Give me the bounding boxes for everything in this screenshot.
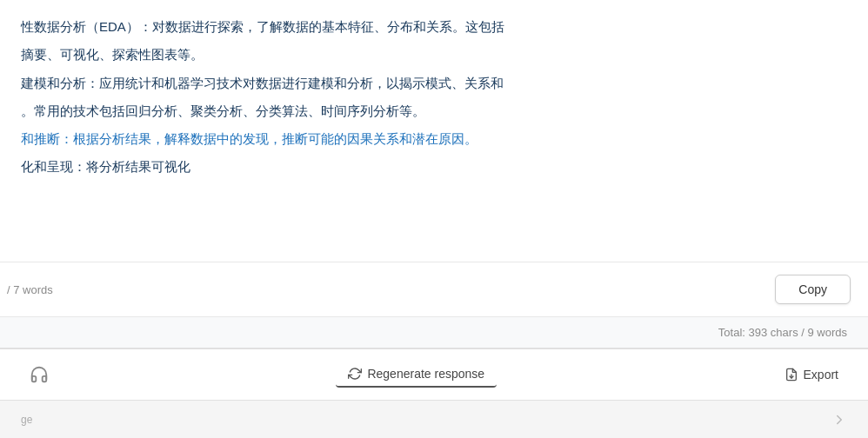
paragraph-2: 摘要、可视化、探索性图表等。 xyxy=(21,43,847,66)
regenerate-button[interactable]: Regenerate response xyxy=(336,362,497,388)
regenerate-label: Regenerate response xyxy=(367,367,484,381)
export-button[interactable]: Export xyxy=(776,362,847,387)
text-block: 性数据分析（EDA）：对数据进行探索，了解数据的基本特征、分布和关系。这包括 摘… xyxy=(21,16,847,179)
total-stats-bar: Total: 393 chars / 9 words xyxy=(0,316,868,348)
word-count-row: / 7 words Copy xyxy=(0,262,868,316)
refresh-icon xyxy=(348,367,362,381)
copy-button[interactable]: Copy xyxy=(775,275,851,304)
text-span-4: 。常用的技术包括回归分析、聚类分析、分类算法、时间序列分析等。 xyxy=(21,103,425,118)
text-span-1: 性数据分析（EDA）：对数据进行探索，了解数据的基本特征、分布和关系。这包括 xyxy=(21,19,504,34)
main-container: 性数据分析（EDA）：对数据进行探索，了解数据的基本特征、分布和关系。这包括 摘… xyxy=(0,0,868,438)
content-area: 性数据分析（EDA）：对数据进行探索，了解数据的基本特征、分布和关系。这包括 摘… xyxy=(0,0,868,262)
footer-text: ge xyxy=(21,414,32,426)
text-span-6: 化和呈现：将分析结果可视化 xyxy=(21,159,190,174)
bottom-toolbar: Regenerate response Export xyxy=(0,348,868,400)
export-icon xyxy=(785,368,798,382)
paragraph-5: 和推断：根据分析结果，解释数据中的发现，推断可能的因果关系和潜在原因。 xyxy=(21,128,847,150)
text-span-3: 建模和分析：应用统计和机器学习技术对数据进行建模和分析，以揭示模式、关系和 xyxy=(21,76,504,90)
paragraph-4: 。常用的技术包括回归分析、聚类分析、分类算法、时间序列分析等。 xyxy=(21,100,847,123)
footer-bar: ge xyxy=(0,400,868,438)
paragraph-1: 性数据分析（EDA）：对数据进行探索，了解数据的基本特征、分布和关系。这包括 xyxy=(21,16,847,38)
paragraph-6: 化和呈现：将分析结果可视化 xyxy=(21,156,847,178)
arrow-icon xyxy=(831,412,847,428)
headphone-icon xyxy=(30,365,49,384)
text-span-5: 和推断：根据分析结果，解释数据中的发现，推断可能的因果关系和潜在原因。 xyxy=(21,131,477,146)
total-stats-text: Total: 393 chars / 9 words xyxy=(718,326,847,339)
toolbar-right: Export xyxy=(776,362,847,387)
text-span-2: 摘要、可视化、探索性图表等。 xyxy=(21,47,204,62)
toolbar-center: Regenerate response xyxy=(336,362,497,388)
toolbar-left xyxy=(21,360,57,389)
word-count-label: / 7 words xyxy=(7,283,53,296)
headphone-button[interactable] xyxy=(21,360,57,389)
paragraph-3: 建模和分析：应用统计和机器学习技术对数据进行建模和分析，以揭示模式、关系和 xyxy=(21,72,847,95)
export-label: Export xyxy=(804,368,838,382)
